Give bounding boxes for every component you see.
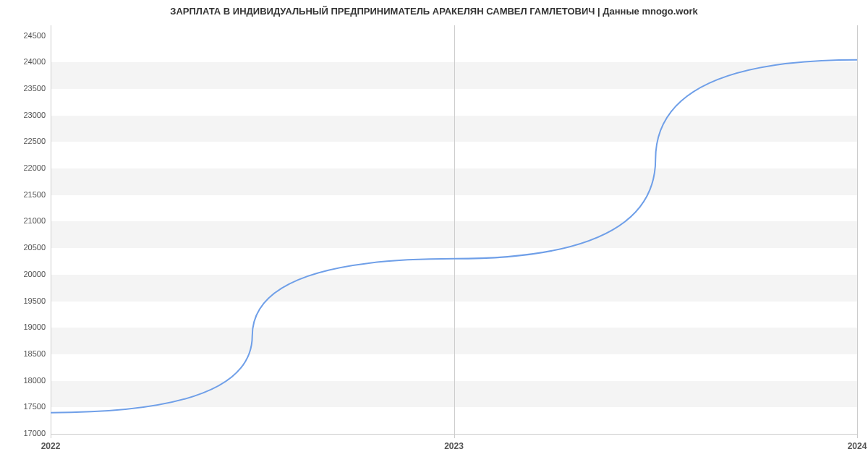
x-tick-label: 2022 xyxy=(41,441,61,451)
y-tick-label: 17000 xyxy=(11,429,46,437)
y-tick-label: 23000 xyxy=(11,111,46,119)
y-tick-label: 24500 xyxy=(11,31,46,40)
x-tick-label: 2023 xyxy=(444,441,464,451)
y-tick-label: 22000 xyxy=(11,163,46,172)
chart-container: ЗАРПЛАТА В ИНДИВИДУАЛЬНЫЙ ПРЕДПРИНИМАТЕЛ… xyxy=(0,0,868,470)
chart-title: ЗАРПЛАТА В ИНДИВИДУАЛЬНЫЙ ПРЕДПРИНИМАТЕЛ… xyxy=(0,0,868,17)
line-layer xyxy=(51,25,857,434)
y-tick-label: 19000 xyxy=(11,322,46,331)
y-tick-label: 21500 xyxy=(11,190,46,199)
y-tick-label: 19500 xyxy=(11,296,46,305)
y-tick-label: 24000 xyxy=(11,57,46,66)
y-tick-label: 22500 xyxy=(11,137,46,145)
series-line xyxy=(51,60,857,413)
y-tick-label: 18500 xyxy=(11,349,46,358)
y-tick-label: 20500 xyxy=(11,243,46,252)
plot-area: 1700017500180001850019000195002000020500… xyxy=(51,25,857,434)
x-tick-label: 2024 xyxy=(848,441,867,451)
y-tick-label: 20000 xyxy=(11,270,46,278)
y-tick-label: 21000 xyxy=(11,216,46,225)
y-tick-label: 23500 xyxy=(11,84,46,93)
y-tick-label: 17500 xyxy=(11,402,46,411)
x-gridline xyxy=(857,25,858,438)
y-tick-label: 18000 xyxy=(11,376,46,385)
